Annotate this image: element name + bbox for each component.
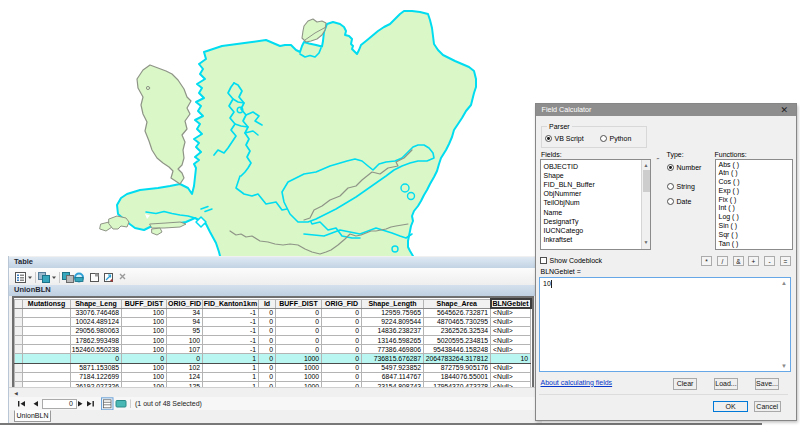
svg-text:0: 0: [69, 400, 73, 407]
